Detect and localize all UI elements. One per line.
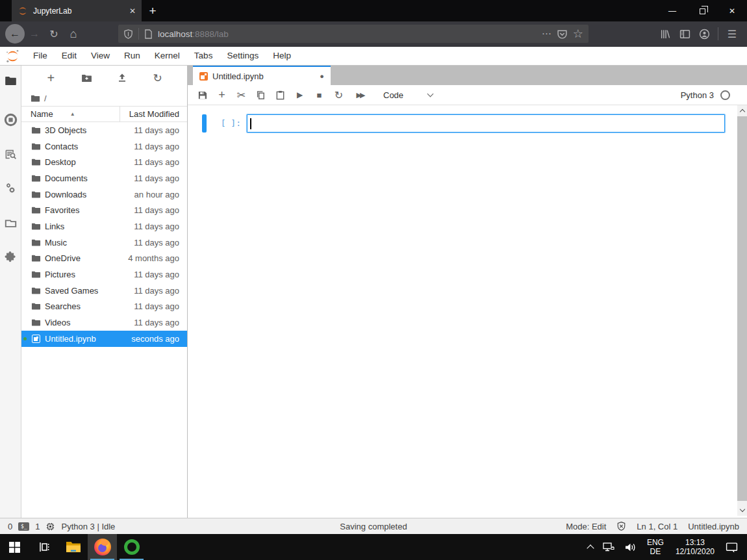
unsaved-changes-icon[interactable]: ● bbox=[320, 72, 324, 80]
active-file-name[interactable]: Untitled.ipynb bbox=[688, 522, 739, 531]
running-app-button[interactable] bbox=[117, 534, 146, 560]
menu-item-settings[interactable]: Settings bbox=[220, 47, 266, 65]
file-row[interactable]: Pictures11 days ago bbox=[21, 266, 187, 283]
menu-item-file[interactable]: File bbox=[26, 47, 55, 65]
run-all-cells-button[interactable]: ▶▶ bbox=[351, 88, 368, 102]
task-view-button[interactable] bbox=[29, 534, 58, 560]
start-button[interactable] bbox=[0, 534, 29, 560]
paste-cells-button[interactable] bbox=[273, 88, 287, 102]
file-row[interactable]: Music11 days ago bbox=[21, 235, 187, 251]
vertical-scrollbar[interactable] bbox=[737, 105, 747, 516]
home-button[interactable]: ⌂ bbox=[64, 24, 83, 44]
url-bar[interactable]: localhost:8888/lab ⋯ ☆ bbox=[118, 25, 589, 43]
forward-button[interactable]: → bbox=[25, 24, 44, 44]
interrupt-kernel-button[interactable]: ■ bbox=[312, 88, 326, 102]
page-actions-icon[interactable]: ⋯ bbox=[542, 28, 551, 40]
refresh-button[interactable]: ↻ bbox=[149, 70, 167, 86]
file-row[interactable]: Documents11 days ago bbox=[21, 170, 187, 186]
scrollbar-thumb[interactable] bbox=[737, 116, 747, 501]
folder-icon bbox=[31, 125, 41, 135]
firefox-taskbar-button[interactable] bbox=[88, 534, 117, 560]
file-row[interactable]: Contacts11 days ago bbox=[21, 138, 187, 155]
notebook-tab[interactable]: Untitled.ipynb ● bbox=[193, 66, 331, 85]
kernel-name[interactable]: Python 3 bbox=[681, 90, 714, 100]
app-menu-icon[interactable]: ☰ bbox=[722, 24, 742, 44]
tray-expand-button[interactable] bbox=[583, 543, 598, 551]
menu-item-tabs[interactable]: Tabs bbox=[187, 47, 220, 65]
bookmark-star-icon[interactable]: ☆ bbox=[573, 27, 583, 41]
menu-item-view[interactable]: View bbox=[84, 47, 117, 65]
menu-item-edit[interactable]: Edit bbox=[55, 47, 84, 65]
file-row[interactable]: Untitled.ipynbseconds ago bbox=[21, 331, 187, 347]
page-info-icon[interactable] bbox=[144, 29, 153, 39]
sidebar-tab-filebrowser[interactable] bbox=[1, 71, 19, 90]
new-tab-button[interactable]: + bbox=[142, 0, 164, 21]
add-cell-button[interactable]: + bbox=[215, 88, 229, 102]
column-header-name[interactable]: Name▲ bbox=[21, 107, 120, 121]
taskbar-clock[interactable]: 13:13 12/10/2020 bbox=[669, 538, 721, 556]
cell-input[interactable] bbox=[247, 114, 725, 133]
menu-item-kernel[interactable]: Kernel bbox=[147, 47, 187, 65]
browser-tab[interactable]: JupyterLab ✕ bbox=[12, 0, 142, 21]
file-row[interactable]: Favorites11 days ago bbox=[21, 202, 187, 218]
file-row[interactable]: Desktop11 days ago bbox=[21, 154, 187, 170]
code-cell: [ ]: bbox=[188, 114, 747, 133]
trust-shield-icon[interactable] bbox=[616, 521, 626, 531]
new-folder-button[interactable] bbox=[77, 70, 95, 86]
back-button[interactable]: ← bbox=[5, 24, 25, 44]
sidebar-tab-property-inspector[interactable] bbox=[1, 179, 19, 198]
breadcrumb[interactable]: / bbox=[21, 90, 187, 106]
kernel-count[interactable]: 1 bbox=[35, 522, 40, 531]
scroll-down-button[interactable] bbox=[737, 505, 747, 516]
menu-item-help[interactable]: Help bbox=[266, 47, 298, 65]
sidebar-tab-running-sessions[interactable] bbox=[1, 110, 19, 129]
command-mode-indicator[interactable]: Mode: Edit bbox=[566, 522, 606, 531]
kernel-status-idle-icon[interactable] bbox=[720, 90, 730, 100]
sidebar-toggle-icon[interactable] bbox=[675, 24, 694, 44]
file-name: Contacts bbox=[45, 142, 134, 151]
url-text[interactable]: localhost:8888/lab bbox=[158, 29, 537, 39]
file-row[interactable]: Searches11 days ago bbox=[21, 299, 187, 315]
pocket-icon[interactable] bbox=[557, 29, 568, 40]
breadcrumb-root[interactable]: / bbox=[44, 94, 47, 103]
cell-type-dropdown[interactable]: Code bbox=[383, 90, 433, 100]
new-launcher-button[interactable]: + bbox=[42, 70, 60, 86]
save-button[interactable] bbox=[196, 88, 209, 102]
filebrowser-header: Name▲ Last Modified bbox=[21, 106, 187, 122]
window-restore-button[interactable] bbox=[687, 0, 717, 21]
file-row[interactable]: Videos11 days ago bbox=[21, 314, 187, 331]
upload-button[interactable] bbox=[113, 70, 131, 86]
volume-icon[interactable] bbox=[620, 542, 642, 553]
file-row[interactable]: Saved Games11 days ago bbox=[21, 283, 187, 299]
tab-close-icon[interactable]: ✕ bbox=[129, 6, 136, 16]
sidebar-tab-open-tabs[interactable] bbox=[1, 213, 19, 233]
file-explorer-button[interactable] bbox=[58, 534, 88, 560]
library-icon[interactable] bbox=[655, 24, 675, 44]
account-icon[interactable] bbox=[694, 24, 714, 44]
language-indicator[interactable]: ENG DE bbox=[642, 538, 669, 556]
tracking-protection-shield-icon[interactable] bbox=[123, 29, 133, 40]
sidebar-tab-commands[interactable] bbox=[1, 144, 19, 164]
menu-item-run[interactable]: Run bbox=[117, 47, 147, 65]
statusbar-right: Mode: Edit Ln 1, Col 1 Untitled.ipynb bbox=[566, 521, 739, 531]
cursor-position[interactable]: Ln 1, Col 1 bbox=[637, 522, 677, 531]
run-cell-button[interactable]: ▶ bbox=[293, 88, 307, 102]
file-row[interactable]: OneDrive4 months ago bbox=[21, 251, 187, 267]
kernel-status-text[interactable]: Python 3 | Idle bbox=[61, 522, 115, 531]
column-header-last-modified[interactable]: Last Modified bbox=[120, 109, 187, 119]
network-icon[interactable] bbox=[598, 541, 620, 553]
terminal-count[interactable]: 0 bbox=[8, 522, 12, 531]
cut-cells-button[interactable]: ✂ bbox=[234, 88, 248, 102]
copy-cells-button[interactable] bbox=[254, 88, 268, 102]
reload-button[interactable]: ↻ bbox=[44, 24, 64, 44]
action-center-button[interactable] bbox=[721, 541, 747, 554]
file-row[interactable]: Links11 days ago bbox=[21, 218, 187, 235]
file-row[interactable]: Downloadsan hour ago bbox=[21, 186, 187, 203]
scroll-up-button[interactable] bbox=[737, 105, 747, 116]
file-row[interactable]: 3D Objects11 days ago bbox=[21, 122, 187, 138]
cell-collapser[interactable] bbox=[202, 114, 207, 133]
window-close-button[interactable]: ✕ bbox=[717, 0, 747, 21]
window-minimize-button[interactable]: — bbox=[657, 0, 687, 21]
restart-kernel-button[interactable]: ↻ bbox=[332, 88, 346, 102]
sidebar-tab-extensions[interactable] bbox=[1, 248, 19, 267]
